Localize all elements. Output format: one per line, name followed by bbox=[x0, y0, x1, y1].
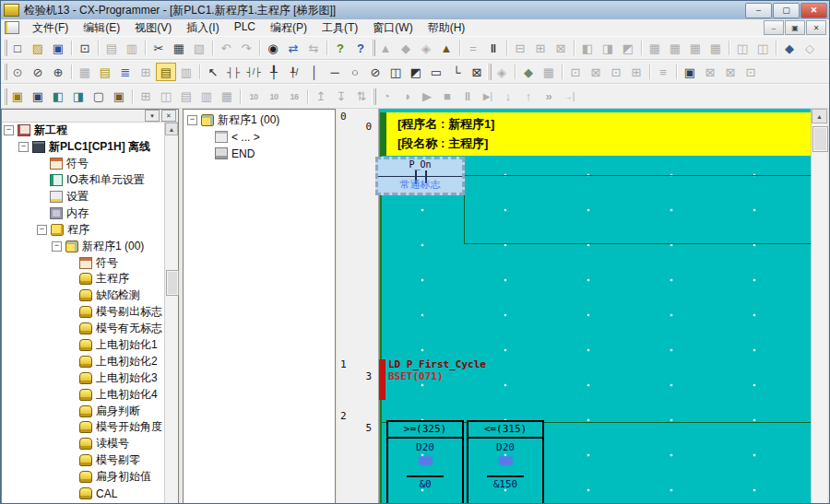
comment-toggle-2-button[interactable]: ⊠ bbox=[586, 63, 606, 81]
tree-item[interactable]: 缺陷检测 bbox=[2, 287, 166, 304]
new-coil-button[interactable]: ○ bbox=[345, 63, 365, 81]
tree-item[interactable]: − 新程序1 (00) bbox=[185, 112, 333, 129]
context-help-button[interactable]: ? bbox=[350, 39, 371, 57]
ladder-scrollbar[interactable]: ▲ bbox=[811, 109, 827, 504]
new-closed-contact-button[interactable]: ┤/├ bbox=[243, 63, 264, 81]
zoom-out-button[interactable]: ⊘ bbox=[28, 63, 48, 81]
expand-toggle-icon[interactable]: − bbox=[4, 125, 14, 135]
select-tool-button[interactable]: ↖ bbox=[203, 63, 223, 81]
differential-monitor-button[interactable]: ≡ bbox=[653, 63, 673, 81]
new-closed-coil-button[interactable]: ⊘ bbox=[365, 63, 385, 81]
properties-window-button[interactable]: ▣ bbox=[109, 88, 129, 106]
modem-button[interactable]: ◈ bbox=[416, 39, 436, 57]
workspace-pin-button[interactable]: ▾ bbox=[145, 110, 160, 122]
tree-item[interactable]: 符号 bbox=[2, 156, 166, 172]
force-cancel-button[interactable]: ⇅ bbox=[351, 88, 372, 106]
set-breakpoint-button[interactable]: ◔ bbox=[376, 88, 397, 106]
run-to-cursor-button[interactable]: →| bbox=[559, 88, 579, 106]
menu-help[interactable]: 帮助(H) bbox=[421, 19, 473, 37]
menu-plc[interactable]: PLC bbox=[227, 19, 263, 37]
tree-item[interactable]: 扁身初始值 bbox=[2, 469, 166, 486]
close-button[interactable]: ✕ bbox=[800, 3, 827, 18]
section-list-button[interactable]: ▥ bbox=[176, 63, 196, 81]
horizontal-line-button[interactable]: ─ bbox=[325, 63, 345, 81]
io-comment-button[interactable]: ▥ bbox=[196, 88, 217, 106]
compile-button[interactable]: ◆ bbox=[518, 63, 539, 81]
step-in-button[interactable]: ↓ bbox=[498, 88, 518, 106]
function-block-button[interactable]: ◫ bbox=[385, 63, 406, 81]
memory-window-button[interactable]: ▦ bbox=[685, 39, 706, 57]
tree-item[interactable]: 模号剔出标志 bbox=[2, 304, 166, 321]
tree-item[interactable]: 上电初始化2 bbox=[2, 353, 166, 369]
menu-insert[interactable]: 插入(I) bbox=[179, 19, 226, 37]
scroll-up-icon[interactable]: ▲ bbox=[165, 123, 178, 135]
tree-item[interactable]: 主程序 bbox=[2, 271, 166, 287]
auto-online-button[interactable]: ◩ bbox=[618, 39, 638, 57]
tree-item[interactable]: CAL bbox=[2, 486, 166, 502]
tree-item[interactable]: END bbox=[185, 146, 333, 162]
clear-breakpoint-button[interactable]: ◑ bbox=[397, 88, 417, 106]
program-mode-button[interactable]: ⊟ bbox=[510, 39, 530, 57]
force-on-button[interactable]: ↥ bbox=[311, 88, 331, 106]
transfer-from-plc-button[interactable]: ◇ bbox=[800, 39, 820, 57]
or-contact-button[interactable]: ╀ bbox=[264, 63, 284, 81]
step-out-button[interactable]: ↑ bbox=[518, 88, 539, 106]
tree-item[interactable]: 模号剔零 bbox=[2, 452, 166, 469]
corner-button[interactable]: └ bbox=[446, 63, 467, 81]
page-setup-button[interactable]: ⊡ bbox=[75, 39, 95, 57]
watch-window-1-button[interactable]: ⊠ bbox=[700, 63, 720, 81]
signed-decimal-button[interactable]: 10 bbox=[264, 88, 284, 106]
tree-item[interactable]: 上电初始化4 bbox=[2, 386, 166, 403]
tree-item[interactable]: IO表和单元设置 bbox=[2, 172, 166, 189]
menu-window[interactable]: 窗口(W) bbox=[365, 19, 420, 37]
tree-item[interactable]: − 新PLC1[CP1H] 离线 bbox=[2, 139, 166, 156]
save-button[interactable]: ▣ bbox=[48, 39, 68, 57]
ladder-view-button[interactable]: ⊞ bbox=[136, 63, 156, 81]
menu-program[interactable]: 编程(P) bbox=[263, 19, 314, 37]
comment-toggle-1-button[interactable]: ⊡ bbox=[565, 63, 586, 81]
new-window-button[interactable]: ▢ bbox=[89, 88, 109, 106]
comparison-block[interactable]: >=(325) D20 &0 bbox=[386, 420, 464, 504]
menu-view[interactable]: 视图(V) bbox=[127, 19, 179, 37]
maximize-button[interactable]: ▢ bbox=[773, 3, 800, 18]
pause-monitor-button[interactable]: = bbox=[463, 39, 483, 57]
copy-button[interactable]: ▦ bbox=[169, 39, 189, 57]
paste-button[interactable]: ▧ bbox=[189, 39, 209, 57]
tree-item[interactable]: − 新工程 bbox=[2, 123, 166, 139]
decimal-button[interactable]: 10 bbox=[243, 88, 264, 106]
scrollbar-thumb[interactable] bbox=[812, 126, 828, 152]
grid-toggle-button[interactable]: ▦ bbox=[75, 63, 95, 81]
delete-tool-button[interactable]: ⊠ bbox=[467, 63, 487, 81]
run-mode-button[interactable]: ◧ bbox=[577, 39, 598, 57]
work-offline-button[interactable]: ◨ bbox=[598, 39, 618, 57]
comment-view-button[interactable]: ▤ bbox=[176, 88, 196, 106]
tree-item[interactable]: 模号有无标志 bbox=[2, 321, 166, 337]
tree-item[interactable]: 模号开始角度 bbox=[2, 419, 166, 436]
run-button[interactable]: ▶ bbox=[417, 88, 437, 106]
watch-window-3-button[interactable]: ⊡ bbox=[741, 63, 761, 81]
address-reference-button[interactable]: ≣ bbox=[115, 63, 136, 81]
print-button[interactable]: ▤ bbox=[101, 39, 122, 57]
help-button[interactable]: ? bbox=[330, 39, 350, 57]
mdi-restore-button[interactable]: ▣ bbox=[785, 20, 805, 35]
plc-settings-window-button[interactable]: ▦ bbox=[665, 39, 685, 57]
print-preview-button[interactable]: ▥ bbox=[122, 39, 142, 57]
transfer-to-plc-button[interactable]: ◆ bbox=[779, 39, 800, 57]
pause-debug-button[interactable]: ‖ bbox=[457, 88, 478, 106]
undo-button[interactable]: ↶ bbox=[216, 39, 236, 57]
work-online-button[interactable]: ▲ bbox=[436, 39, 456, 57]
tree-item[interactable]: 设置 bbox=[2, 189, 166, 205]
zoom-in-button[interactable]: ⊕ bbox=[48, 63, 68, 81]
monitor-grid-button[interactable]: ▦ bbox=[217, 88, 237, 106]
comment-toggle-3-button[interactable]: ⊡ bbox=[606, 63, 626, 81]
menu-tools[interactable]: 工具(T) bbox=[314, 19, 365, 37]
upload-button[interactable]: ▲ bbox=[375, 39, 396, 57]
menu-file[interactable]: 文件(F) bbox=[25, 19, 76, 37]
comment-toggle-4-button[interactable]: ⊞ bbox=[626, 63, 646, 81]
watch-window-button[interactable]: ▣ bbox=[680, 63, 700, 81]
tree-item[interactable]: − 新程序1 (00) bbox=[2, 238, 166, 254]
cross-reference-button[interactable]: ⊞ bbox=[136, 88, 156, 106]
compare-button[interactable]: ◆ bbox=[396, 39, 416, 57]
io-table-window-button[interactable]: ▦ bbox=[645, 39, 665, 57]
replace-button[interactable]: ⇆ bbox=[303, 39, 324, 57]
